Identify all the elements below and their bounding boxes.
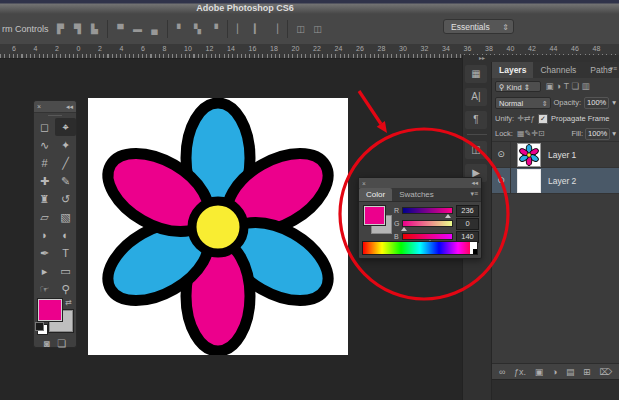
slider-thumb[interactable] <box>445 214 451 218</box>
brush-tool[interactable]: ✎ <box>55 172 76 190</box>
panel-menu-icon[interactable]: ▾≡ <box>470 190 478 198</box>
foreground-color-swatch[interactable] <box>364 206 385 225</box>
unify-icon[interactable]: ƒ <box>531 114 535 123</box>
healing-brush-tool[interactable]: ✚ <box>34 172 55 190</box>
shape-tool[interactable]: ▭ <box>55 262 76 280</box>
lock-icon[interactable]: ⊡ <box>538 129 545 138</box>
hand-tool[interactable]: ☞ <box>34 280 55 298</box>
align-icon[interactable]: ◫ <box>293 22 308 37</box>
collapse-icon[interactable]: ◂◂ <box>66 103 73 111</box>
history-brush-tool[interactable]: ↺ <box>55 190 76 208</box>
align-icon[interactable]: ▎ <box>250 22 265 37</box>
eraser-tool[interactable]: ▱ <box>34 208 55 226</box>
align-icon[interactable]: ▚ <box>190 22 205 37</box>
g-channel-value[interactable]: 0 <box>456 218 479 230</box>
visibility-eye-icon[interactable]: ⊙ <box>492 142 511 167</box>
b-channel-slider[interactable] <box>402 233 453 240</box>
ruler-label: 26 <box>356 45 364 52</box>
quick-mask-icon[interactable]: ◙ <box>44 338 50 349</box>
panel-menu-icon[interactable]: ▾≡ <box>609 65 617 73</box>
unify-row: Unify: ✛⇄ƒ ✓ Propagate Frame <box>492 111 619 126</box>
screen-mode-icon[interactable]: ❏ <box>57 338 66 349</box>
layer-row[interactable]: ⊙Layer 2 <box>492 168 619 194</box>
filter-type-icon[interactable]: T <box>564 81 569 91</box>
slider-thumb[interactable] <box>401 227 407 231</box>
unify-icon[interactable]: ✛ <box>517 114 524 123</box>
new-layer-icon[interactable]: ⊞ <box>583 367 591 377</box>
fill-value[interactable]: 100% <box>585 128 610 140</box>
lock-icon[interactable]: ✛ <box>531 129 538 138</box>
filter-type-icon[interactable]: ❏ <box>571 81 579 91</box>
lock-icon[interactable]: ▦ <box>517 129 525 138</box>
magic-wand-tool[interactable]: ✦ <box>55 136 76 154</box>
paragraph-panel-icon[interactable]: ¶ <box>465 111 487 129</box>
propagate-frame-checkbox[interactable]: ✓ <box>538 114 548 124</box>
align-icon[interactable]: ▏ <box>233 22 248 37</box>
unify-icon[interactable]: ⇄ <box>524 114 531 123</box>
align-icon[interactable]: ▄ <box>147 22 162 37</box>
chevron-down-icon[interactable]: ▾ <box>612 98 616 107</box>
layer-row[interactable]: ⊙ Layer 1 <box>492 142 619 168</box>
collapse-icon[interactable]: ◂◂ <box>471 179 478 187</box>
align-icon[interactable]: ▘ <box>173 22 188 37</box>
character-panel-icon[interactable]: A| <box>465 88 487 106</box>
align-icon[interactable]: ▬ <box>130 22 145 37</box>
opacity-value[interactable]: 100% <box>584 97 609 109</box>
blur-tool[interactable]: ◗ <box>34 226 55 244</box>
blend-mode-dropdown[interactable]: Normal ⇕ <box>495 97 551 109</box>
align-icon[interactable]: ▀ <box>113 22 128 37</box>
r-channel-value[interactable]: 236 <box>456 205 479 217</box>
document-canvas[interactable] <box>88 98 348 355</box>
align-icon[interactable]: ◫ <box>310 22 325 37</box>
delete-layer-icon[interactable]: ⌦ <box>599 367 612 377</box>
pen-tool[interactable]: ✒ <box>34 244 55 262</box>
clone-source-panel-icon[interactable]: ◫ <box>465 141 487 159</box>
align-icon[interactable]: ▝ <box>207 22 222 37</box>
g-channel-slider[interactable] <box>402 220 453 227</box>
clone-stamp-tool[interactable]: ♜ <box>34 190 55 208</box>
lasso-tool[interactable]: ∿ <box>34 136 55 154</box>
tab-color[interactable]: Color <box>359 188 392 201</box>
layer-style-icon[interactable]: ƒx. <box>514 367 526 377</box>
layer-thumbnail[interactable] <box>517 169 541 193</box>
link-layers-icon[interactable]: ∞ <box>499 367 505 377</box>
swap-colors-icon[interactable]: ⇄ <box>65 298 72 307</box>
layer-mask-icon[interactable]: ▣ <box>535 367 544 377</box>
tab-layers[interactable]: Layers <box>492 62 533 78</box>
workspace-switcher[interactable]: Essentials ⇕ <box>443 19 514 34</box>
visibility-eye-icon[interactable]: ⊙ <box>492 168 511 193</box>
foreground-color-swatch[interactable] <box>38 299 62 321</box>
default-colors-icon[interactable] <box>37 324 48 335</box>
layer-group-icon[interactable]: ▤ <box>566 367 575 377</box>
move-tool[interactable]: ⌖ <box>55 118 76 136</box>
adjustment-layer-icon[interactable]: ◑ <box>552 367 557 377</box>
path-selection-tool[interactable]: ▸ <box>34 262 55 280</box>
chevron-down-icon[interactable]: ▾ <box>612 129 616 138</box>
align-icon[interactable]: ▕ <box>267 22 282 37</box>
align-icon[interactable]: ▛ <box>53 22 68 37</box>
close-icon[interactable]: × <box>362 180 366 187</box>
align-icon[interactable]: ▜ <box>70 22 85 37</box>
tab-swatches[interactable]: Swatches <box>392 188 441 201</box>
tab-channels[interactable]: Channels <box>533 62 583 78</box>
r-channel-slider[interactable] <box>402 207 453 214</box>
dodge-tool[interactable]: ◐ <box>55 226 76 244</box>
filter-type-icon[interactable]: ▥ <box>582 81 590 91</box>
color-spectrum-ramp[interactable] <box>362 241 478 255</box>
filter-kind-dropdown[interactable]: ⚲ Kind ⇕ <box>495 81 541 92</box>
crop-tool[interactable]: # <box>34 154 55 172</box>
zoom-tool[interactable]: ⚲ <box>55 280 76 298</box>
type-tool[interactable]: T <box>55 244 76 262</box>
close-icon[interactable]: × <box>37 103 41 110</box>
eyedropper-tool[interactable]: ╱ <box>55 154 76 172</box>
swatches-panel-icon[interactable]: ▦ <box>465 65 487 83</box>
dock-collapse-icon[interactable]: ▸▸ <box>479 54 485 61</box>
rectangular-marquee-tool[interactable]: ◻ <box>34 118 55 136</box>
ruler-label: 8 <box>163 45 167 52</box>
black-swatch[interactable] <box>473 249 477 254</box>
layer-thumbnail[interactable] <box>517 143 541 167</box>
filter-type-icon[interactable]: ◑ <box>556 81 561 91</box>
gradient-tool[interactable]: ▧ <box>55 208 76 226</box>
filter-type-icon[interactable]: ▣ <box>546 81 554 91</box>
align-icon[interactable]: ▙ <box>87 22 102 37</box>
